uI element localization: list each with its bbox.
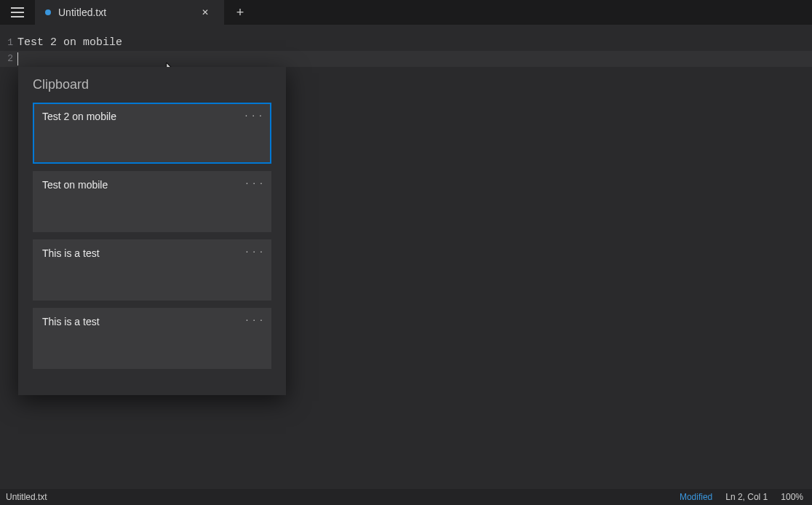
clipboard-item-more-button[interactable]: · · ·: [246, 314, 263, 325]
clipboard-list: Test 2 on mobile· · ·Test on mobile· · ·…: [33, 103, 271, 369]
clipboard-item-text: This is a test: [42, 316, 100, 327]
clipboard-item[interactable]: This is a test· · ·: [33, 239, 271, 301]
clipboard-item-text: This is a test: [42, 247, 100, 259]
menu-button[interactable]: [0, 0, 35, 25]
new-tab-button[interactable]: [224, 0, 256, 25]
clipboard-item-text: Test 2 on mobile: [42, 111, 116, 122]
editor-line[interactable]: [17, 51, 812, 67]
status-filename: Untitled.txt: [6, 492, 47, 502]
status-zoom[interactable]: 100%: [781, 492, 803, 502]
line-number-gutter: 12: [0, 35, 15, 67]
line-number: 2: [0, 51, 15, 67]
status-position[interactable]: Ln 2, Col 1: [725, 492, 768, 502]
title-bar: Untitled.txt: [0, 0, 812, 25]
clipboard-panel: Clipboard Test 2 on mobile· · ·Test on m…: [18, 67, 286, 395]
editor-content[interactable]: Test 2 on mobile: [17, 35, 812, 67]
line-number: 1: [0, 35, 15, 51]
text-caret: [17, 52, 18, 65]
hamburger-icon: [11, 7, 24, 17]
editor-line[interactable]: Test 2 on mobile: [17, 35, 812, 51]
svg-rect-1: [11, 12, 24, 13]
clipboard-item-more-button[interactable]: · · ·: [246, 246, 263, 256]
close-tab-button[interactable]: [196, 4, 214, 21]
tab-title: Untitled.txt: [58, 7, 189, 18]
unsaved-indicator-icon: [45, 9, 51, 15]
status-bar: Untitled.txt Modified Ln 2, Col 1 100%: [0, 489, 812, 505]
status-modified: Modified: [680, 492, 712, 502]
tab-untitled[interactable]: Untitled.txt: [35, 0, 224, 25]
clipboard-item-more-button[interactable]: · · ·: [245, 110, 263, 120]
svg-rect-2: [11, 16, 24, 17]
clipboard-item-more-button[interactable]: · · ·: [246, 178, 263, 188]
clipboard-title: Clipboard: [33, 77, 271, 92]
clipboard-item[interactable]: This is a test· · ·: [33, 308, 271, 369]
clipboard-item[interactable]: Test 2 on mobile· · ·: [33, 103, 271, 164]
clipboard-item-text: Test on mobile: [42, 179, 108, 191]
clipboard-item[interactable]: Test on mobile· · ·: [33, 171, 271, 232]
svg-rect-0: [11, 7, 24, 9]
